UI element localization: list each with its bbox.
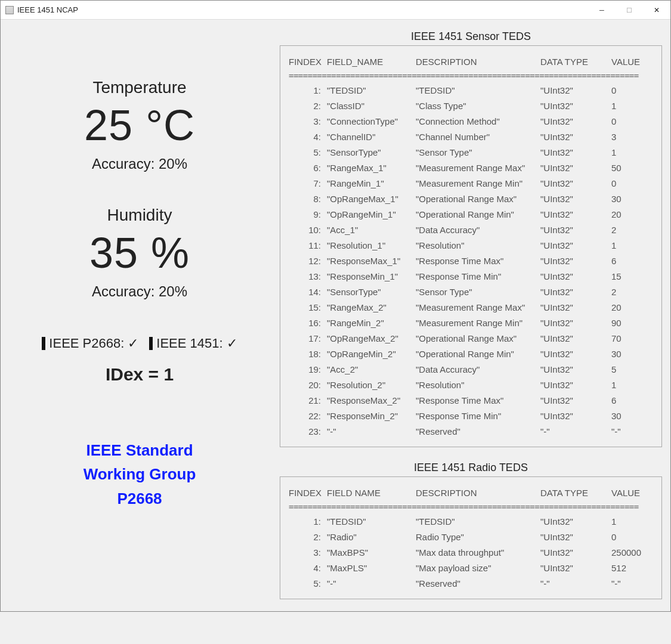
cell-idx: 5:	[289, 145, 324, 160]
cell-value: 6	[611, 393, 653, 408]
app-icon	[5, 6, 14, 14]
cell-desc: "Sensor Type"	[416, 145, 538, 160]
cell-idx: 21:	[289, 393, 324, 408]
table-row: 3:"ConnectionType""Connection Method""UI…	[289, 114, 653, 129]
table-row: 17:"OpRangeMax_2""Operational Range Max"…	[289, 331, 653, 346]
cell-desc: "Data Accuracy"	[416, 222, 538, 238]
cell-idx: 20:	[289, 377, 324, 393]
col-fieldname: FIELD_NAME	[327, 54, 413, 70]
cell-name: "OpRangeMin_2"	[327, 346, 413, 362]
status-p2668: IEEE P2668: ✓	[42, 336, 138, 351]
cell-value: 0	[611, 83, 653, 98]
cell-idx: 4:	[289, 129, 324, 145]
cell-desc: "Operational Range Max"	[416, 331, 538, 346]
cell-name: "RangeMin_1"	[327, 176, 413, 191]
cell-type: "-"	[540, 576, 609, 592]
cell-name: "Resolution_2"	[327, 377, 413, 393]
cell-desc: "Measurement Range Max"	[416, 160, 538, 176]
cell-value: 15	[611, 269, 653, 284]
cell-idx: 15:	[289, 300, 324, 315]
branding-line1: IEEE Standard	[84, 438, 196, 462]
table-row: 16:"RangeMin_2""Measurement Range Min""U…	[289, 315, 653, 331]
cell-value: 90	[611, 315, 653, 331]
cell-type: "UInt32"	[540, 129, 609, 145]
sensor-teds-header: FINDEX FIELD_NAME DESCRIPTION DATA TYPE …	[289, 54, 653, 70]
status-bar-icon	[149, 337, 153, 350]
cell-desc: "Measurement Range Min"	[416, 315, 538, 331]
titlebar[interactable]: IEEE 1451 NCAP	[1, 1, 670, 20]
separator: ========================================…	[289, 502, 653, 512]
table-row: 18:"OpRangeMin_2""Operational Range Min"…	[289, 346, 653, 362]
cell-desc: "Operational Range Min"	[416, 346, 538, 362]
cell-idx: 19:	[289, 362, 324, 377]
branding-line3: P2668	[84, 487, 196, 510]
cell-value: 0	[611, 530, 653, 545]
cell-idx: 12:	[289, 253, 324, 269]
app-window: IEEE 1451 NCAP Temperature 25 °C Accurac…	[0, 0, 671, 612]
table-row: 10:"Acc_1""Data Accuracy""UInt32"2	[289, 222, 653, 238]
cell-type: "UInt32"	[540, 83, 609, 98]
temperature-value: 25 °C	[84, 101, 195, 150]
cell-idx: 7:	[289, 176, 324, 191]
cell-desc: "Data Accuracy"	[416, 362, 538, 377]
cell-name: "OpRangeMax_2"	[327, 331, 413, 346]
cell-value: 0	[611, 114, 653, 129]
table-row: 14:"SensorType""Sensor Type""UInt32"2	[289, 284, 653, 300]
cell-name: "ChannelID"	[327, 129, 413, 145]
cell-idx: 1:	[289, 83, 324, 98]
cell-idx: 10:	[289, 222, 324, 238]
cell-name: "ClassID"	[327, 98, 413, 114]
cell-desc: "Connection Method"	[416, 114, 538, 129]
cell-name: "ResponseMax_1"	[327, 253, 413, 269]
humidity-block: Humidity 35 % Accuracy: 20%	[89, 202, 190, 300]
cell-desc: "Response Time Min"	[416, 269, 538, 284]
cell-value: 50	[611, 160, 653, 176]
col-value: VALUE	[611, 54, 653, 70]
cell-name: "OpRangeMin_1"	[327, 207, 413, 222]
cell-name: "Acc_2"	[327, 362, 413, 377]
cell-name: "RangeMin_2"	[327, 315, 413, 331]
table-row: 1:"TEDSID""TEDSID""UInt32"0	[289, 83, 653, 98]
branding: IEEE Standard Working Group P2668	[84, 438, 196, 510]
table-row: 13:"ResponseMin_1""Response Time Min""UI…	[289, 269, 653, 284]
cell-idx: 14:	[289, 284, 324, 300]
cell-type: "UInt32"	[540, 530, 609, 545]
close-button[interactable]	[643, 1, 670, 19]
cell-value: 1	[611, 377, 653, 393]
cell-idx: 6:	[289, 160, 324, 176]
table-row: 11:"Resolution_1""Resolution""UInt32"1	[289, 238, 653, 253]
cell-value: 70	[611, 331, 653, 346]
cell-name: "-"	[327, 424, 413, 439]
cell-name: "ResponseMin_1"	[327, 269, 413, 284]
temperature-label: Temperature	[84, 78, 195, 97]
cell-name: "RangeMax_1"	[327, 160, 413, 176]
cell-name: "-"	[327, 576, 413, 592]
cell-type: "UInt32"	[540, 346, 609, 362]
cell-type: "UInt32"	[540, 315, 609, 331]
cell-value: 5	[611, 362, 653, 377]
cell-type: "-"	[540, 424, 609, 439]
cell-name: "ConnectionType"	[327, 114, 413, 129]
cell-name: "TEDSID"	[327, 83, 413, 98]
cell-type: "UInt32"	[540, 98, 609, 114]
branding-line2: Working Group	[84, 462, 196, 486]
maximize-button[interactable]	[616, 1, 643, 19]
status-1451-label: IEEE 1451:	[156, 336, 222, 351]
cell-value: 512	[611, 561, 653, 576]
cell-desc: "Operational Range Min"	[416, 207, 538, 222]
right-pane: IEEE 1451 Sensor TEDS FINDEX FIELD_NAME …	[280, 27, 662, 599]
cell-type: "UInt32"	[540, 176, 609, 191]
sensor-teds-title: IEEE 1451 Sensor TEDS	[280, 30, 662, 43]
cell-type: "UInt32"	[540, 253, 609, 269]
cell-idx: 22:	[289, 408, 324, 424]
cell-value: 1	[611, 98, 653, 114]
cell-desc: "Measurement Range Max"	[416, 300, 538, 315]
cell-desc: "Operational Range Max"	[416, 191, 538, 207]
cell-name: "ResponseMin_2"	[327, 408, 413, 424]
cell-type: "UInt32"	[540, 331, 609, 346]
cell-idx: 4:	[289, 561, 324, 576]
minimize-button[interactable]	[588, 1, 616, 19]
cell-idx: 23:	[289, 424, 324, 439]
cell-type: "UInt32"	[540, 393, 609, 408]
cell-value: 1	[611, 145, 653, 160]
